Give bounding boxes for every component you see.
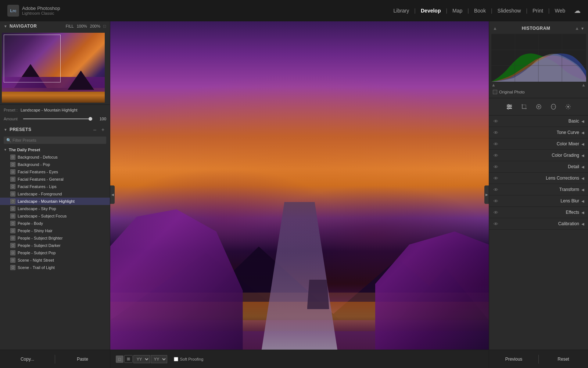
preset-item[interactable]: Facial Features - General <box>0 176 110 183</box>
nav-slideshow[interactable]: Slideshow <box>494 6 525 15</box>
preset-item[interactable]: People - Body <box>0 220 110 227</box>
collapse-left-tab[interactable]: ◀ <box>110 185 115 204</box>
collapse-right-tab[interactable]: ▶ <box>484 185 489 204</box>
svg-point-27 <box>495 200 496 202</box>
adjust-eye-effects[interactable] <box>493 209 499 215</box>
amount-row: Amount 100 <box>0 115 110 124</box>
cloud-icon[interactable]: ☁ <box>574 7 581 15</box>
presets-minus-btn[interactable]: – <box>92 126 98 133</box>
adjust-eye-color-mixer[interactable] <box>493 141 499 147</box>
presets-header[interactable]: ▼ Presets – + <box>0 124 110 135</box>
adjust-section-calibration[interactable]: Calibration ◀ <box>489 218 588 230</box>
navigator-section: ▼ Navigator FILL 100% 200% ⊡ <box>0 21 110 105</box>
settings-icon <box>565 103 571 110</box>
amount-slider[interactable] <box>23 118 92 119</box>
adjust-panel-name: Basic <box>502 118 579 124</box>
svg-point-14 <box>508 105 509 106</box>
adjust-section-lens-blur[interactable]: Lens Blur ◀ <box>489 195 588 207</box>
previous-button[interactable]: Previous <box>489 350 538 368</box>
fill-label[interactable]: FILL <box>66 24 74 28</box>
view-grid-btn[interactable]: ⊞ <box>124 355 133 363</box>
image-area[interactable] <box>110 21 489 350</box>
nav-map[interactable]: Map <box>449 6 466 15</box>
soft-proof-checkbox[interactable] <box>174 357 178 361</box>
fill-100[interactable]: 100% <box>77 24 87 28</box>
adjust-section-color-mixer[interactable]: Color Mixer ◀ <box>489 138 588 150</box>
nav-book[interactable]: Book <box>470 6 490 15</box>
nav-web[interactable]: Web <box>551 6 569 15</box>
adjust-section-transform[interactable]: Transform ◀ <box>489 184 588 195</box>
adjust-panel-arrow: ◀ <box>581 188 584 192</box>
tool-crop-btn[interactable] <box>519 101 530 112</box>
nav-develop[interactable]: Develop <box>417 6 444 15</box>
navigator-header[interactable]: ▼ Navigator FILL 100% 200% ⊡ <box>0 21 110 31</box>
preset-item[interactable]: Background - Defocus <box>0 153 110 161</box>
tool-mask-btn[interactable] <box>548 101 559 112</box>
dock-element <box>307 280 329 309</box>
adjust-eye-transform[interactable] <box>493 187 499 192</box>
adjust-eye-calibration[interactable] <box>493 221 499 227</box>
preset-item[interactable]: People - Subject Pop <box>0 249 110 256</box>
adjust-section-lens-corrections[interactable]: Lens Corrections ◀ <box>489 173 588 184</box>
tool-icons-row <box>489 98 588 116</box>
adjust-panel-name: Detail <box>502 164 579 169</box>
adjust-section-basic[interactable]: Basic ◀ <box>489 116 588 127</box>
view-single-btn[interactable]: □ <box>116 355 123 363</box>
original-photo-row: Original Photo <box>491 88 586 96</box>
hist-max-arrow[interactable]: ▲ <box>581 82 586 88</box>
hist-arrow-left[interactable]: ▲ <box>493 26 497 31</box>
view-select2[interactable]: YY <box>151 355 167 363</box>
tool-sliders-btn[interactable] <box>504 101 515 112</box>
reset-button[interactable]: Reset <box>539 350 588 368</box>
preset-item[interactable]: People - Shiny Hair <box>0 227 110 234</box>
hist-min-arrow[interactable]: ▲ <box>491 82 496 88</box>
copy-button[interactable]: Copy... <box>0 350 55 368</box>
paste-button[interactable]: Paste <box>55 350 110 368</box>
preset-item[interactable]: Landscape - Sky Pop <box>0 205 110 212</box>
preset-item[interactable]: People - Subject Brighter <box>0 234 110 242</box>
adjust-eye-tone-curve[interactable] <box>493 130 499 135</box>
view-select[interactable]: YY <box>133 355 150 363</box>
tool-heal-btn[interactable] <box>533 101 544 112</box>
preset-item[interactable]: Landscape - Mountain Highlight <box>0 198 110 205</box>
orig-checkbox[interactable] <box>493 90 497 94</box>
histogram-dropdown-arrow[interactable]: ▼ <box>581 26 584 31</box>
navigator-preview[interactable] <box>0 31 110 105</box>
nav-links: Library | Develop | Map | Book | Slidesh… <box>390 6 581 15</box>
presets-add-btn[interactable]: + <box>100 126 106 133</box>
preset-item[interactable]: Landscape - Foreground <box>0 190 110 198</box>
preset-item[interactable]: Facial Features - Lips <box>0 183 110 190</box>
presets-section: ▼ Presets – + 🔍 ▼ The Daily Preset <box>0 124 110 350</box>
preset-group-header[interactable]: ▼ The Daily Preset <box>0 146 110 153</box>
search-wrapper: 🔍 <box>4 137 106 144</box>
original-photo-label: Original Photo <box>499 90 525 94</box>
app-subtitle: Lightroom Classic <box>22 11 60 16</box>
preset-item[interactable]: Scene - Night Street <box>0 256 110 264</box>
adjust-eye-detail[interactable] <box>493 164 499 170</box>
preset-item[interactable]: Background - Pop <box>0 161 110 168</box>
nav-library[interactable]: Library <box>390 6 413 15</box>
preset-item[interactable]: People - Subject Darker <box>0 242 110 249</box>
search-input[interactable] <box>4 137 106 144</box>
adjust-eye-lens-blur[interactable] <box>493 198 499 204</box>
adjust-eye-color-grading[interactable] <box>493 152 499 158</box>
adjust-section-detail[interactable]: Detail ◀ <box>489 161 588 173</box>
adjust-eye-basic[interactable] <box>493 118 499 124</box>
preset-item[interactable]: Landscape - Subject Focus <box>0 212 110 220</box>
tool-settings-btn[interactable] <box>563 101 574 112</box>
preset-item-name: People - Subject Darker <box>18 243 61 248</box>
adjust-section-effects[interactable]: Effects ◀ <box>489 207 588 218</box>
fill-200[interactable]: 200% <box>90 24 100 28</box>
adjust-panel-arrow: ◀ <box>581 176 584 180</box>
adjust-section-color-grading[interactable]: Color Grading ◀ <box>489 150 588 161</box>
preset-item[interactable]: Facial Features - Eyes <box>0 168 110 176</box>
adjust-section-tone-curve[interactable]: Tone Curve ◀ <box>489 127 588 138</box>
preset-item-name: Facial Features - Lips <box>18 184 57 189</box>
hist-arrow-right[interactable]: ▲ <box>575 26 579 31</box>
preset-item[interactable]: Scene - Trail of Light <box>0 264 110 271</box>
nav-print[interactable]: Print <box>529 6 547 15</box>
fill-controls: FILL 100% 200% ⊡ <box>66 24 106 29</box>
svg-point-23 <box>495 155 496 156</box>
adjust-eye-lens-corrections[interactable] <box>493 175 499 181</box>
eye-icon <box>493 199 498 203</box>
